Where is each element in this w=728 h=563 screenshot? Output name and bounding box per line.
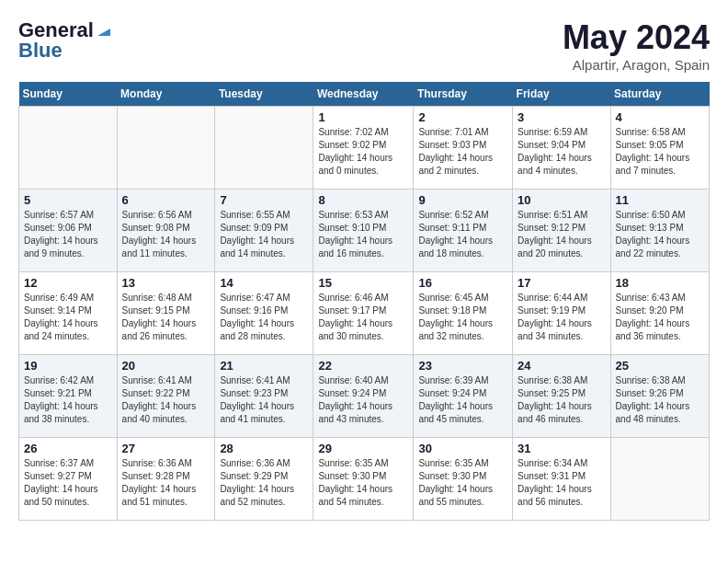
day-info: Sunrise: 6:37 AM Sunset: 9:27 PM Dayligh… xyxy=(24,457,112,509)
calendar-cell: 29Sunrise: 6:35 AM Sunset: 9:30 PM Dayli… xyxy=(313,438,414,521)
day-number: 26 xyxy=(24,442,112,455)
day-number: 3 xyxy=(518,110,605,124)
day-number: 17 xyxy=(518,276,605,290)
calendar-cell: 26Sunrise: 6:37 AM Sunset: 9:27 PM Dayli… xyxy=(19,438,118,521)
calendar-cell: 20Sunrise: 6:41 AM Sunset: 9:22 PM Dayli… xyxy=(117,355,215,438)
day-number: 11 xyxy=(616,193,704,207)
day-number: 31 xyxy=(518,442,605,455)
calendar-cell xyxy=(215,107,313,190)
weekday-header-friday: Friday xyxy=(513,82,610,107)
week-row-5: 26Sunrise: 6:37 AM Sunset: 9:27 PM Dayli… xyxy=(19,438,710,521)
day-number: 21 xyxy=(220,359,308,373)
calendar-cell: 1Sunrise: 7:02 AM Sunset: 9:02 PM Daylig… xyxy=(313,107,414,190)
weekday-header-thursday: Thursday xyxy=(414,82,513,107)
calendar-cell: 8Sunrise: 6:53 AM Sunset: 9:10 PM Daylig… xyxy=(313,190,414,272)
day-info: Sunrise: 6:36 AM Sunset: 9:28 PM Dayligh… xyxy=(122,457,210,509)
calendar-cell: 23Sunrise: 6:39 AM Sunset: 9:24 PM Dayli… xyxy=(414,355,513,438)
day-number: 1 xyxy=(318,110,408,124)
day-number: 19 xyxy=(24,359,112,373)
calendar-cell: 28Sunrise: 6:36 AM Sunset: 9:29 PM Dayli… xyxy=(215,438,313,521)
day-number: 20 xyxy=(122,359,210,373)
day-info: Sunrise: 6:57 AM Sunset: 9:06 PM Dayligh… xyxy=(24,209,112,260)
calendar-cell: 27Sunrise: 6:36 AM Sunset: 9:28 PM Dayli… xyxy=(117,438,215,521)
day-info: Sunrise: 6:52 AM Sunset: 9:11 PM Dayligh… xyxy=(418,209,507,260)
day-number: 16 xyxy=(418,276,507,290)
calendar-cell: 2Sunrise: 7:01 AM Sunset: 9:03 PM Daylig… xyxy=(414,107,513,190)
day-info: Sunrise: 6:48 AM Sunset: 9:15 PM Dayligh… xyxy=(122,292,210,343)
page-header: General Blue May 2024 Alpartir, Aragon, … xyxy=(18,18,710,73)
calendar-cell: 14Sunrise: 6:47 AM Sunset: 9:16 PM Dayli… xyxy=(215,272,313,355)
day-number: 12 xyxy=(24,276,112,290)
calendar-cell: 12Sunrise: 6:49 AM Sunset: 9:14 PM Dayli… xyxy=(19,272,118,355)
logo: General Blue xyxy=(18,18,112,63)
day-info: Sunrise: 6:40 AM Sunset: 9:24 PM Dayligh… xyxy=(318,374,408,426)
day-info: Sunrise: 6:39 AM Sunset: 9:24 PM Dayligh… xyxy=(418,374,507,426)
weekday-header-saturday: Saturday xyxy=(610,82,709,107)
day-number: 24 xyxy=(518,359,605,373)
day-number: 25 xyxy=(616,359,704,373)
logo-blue: Blue xyxy=(18,39,63,63)
calendar-cell: 31Sunrise: 6:34 AM Sunset: 9:31 PM Dayli… xyxy=(513,438,610,521)
calendar-cell: 10Sunrise: 6:51 AM Sunset: 9:12 PM Dayli… xyxy=(513,190,610,272)
calendar-table: SundayMondayTuesdayWednesdayThursdayFrid… xyxy=(18,82,710,521)
day-info: Sunrise: 7:01 AM Sunset: 9:03 PM Dayligh… xyxy=(418,126,507,178)
day-info: Sunrise: 6:35 AM Sunset: 9:30 PM Dayligh… xyxy=(418,457,507,509)
weekday-header-monday: Monday xyxy=(117,82,215,107)
day-info: Sunrise: 7:02 AM Sunset: 9:02 PM Dayligh… xyxy=(318,126,408,178)
day-number: 28 xyxy=(220,442,308,455)
title-section: May 2024 Alpartir, Aragon, Spain xyxy=(563,18,710,73)
day-info: Sunrise: 6:46 AM Sunset: 9:17 PM Dayligh… xyxy=(318,292,408,343)
day-number: 7 xyxy=(220,193,308,207)
day-info: Sunrise: 6:53 AM Sunset: 9:10 PM Dayligh… xyxy=(318,209,408,260)
calendar-cell xyxy=(117,107,215,190)
day-info: Sunrise: 6:35 AM Sunset: 9:30 PM Dayligh… xyxy=(318,457,408,509)
day-number: 10 xyxy=(518,193,605,207)
calendar-cell: 19Sunrise: 6:42 AM Sunset: 9:21 PM Dayli… xyxy=(19,355,118,438)
calendar-cell: 16Sunrise: 6:45 AM Sunset: 9:18 PM Dayli… xyxy=(414,272,513,355)
day-info: Sunrise: 6:38 AM Sunset: 9:25 PM Dayligh… xyxy=(518,374,605,426)
weekday-header-tuesday: Tuesday xyxy=(215,82,313,107)
day-number: 22 xyxy=(318,359,408,373)
calendar-cell: 24Sunrise: 6:38 AM Sunset: 9:25 PM Dayli… xyxy=(513,355,610,438)
week-row-3: 12Sunrise: 6:49 AM Sunset: 9:14 PM Dayli… xyxy=(19,272,710,355)
calendar-cell: 30Sunrise: 6:35 AM Sunset: 9:30 PM Dayli… xyxy=(414,438,513,521)
calendar-cell: 21Sunrise: 6:41 AM Sunset: 9:23 PM Dayli… xyxy=(215,355,313,438)
day-info: Sunrise: 6:59 AM Sunset: 9:04 PM Dayligh… xyxy=(518,126,605,178)
weekday-header-row: SundayMondayTuesdayWednesdayThursdayFrid… xyxy=(19,82,710,107)
calendar-cell: 17Sunrise: 6:44 AM Sunset: 9:19 PM Dayli… xyxy=(513,272,610,355)
day-info: Sunrise: 6:43 AM Sunset: 9:20 PM Dayligh… xyxy=(616,292,704,343)
day-number: 9 xyxy=(418,193,507,207)
calendar-cell: 15Sunrise: 6:46 AM Sunset: 9:17 PM Dayli… xyxy=(313,272,414,355)
day-info: Sunrise: 6:38 AM Sunset: 9:26 PM Dayligh… xyxy=(616,374,704,426)
logo-triangle-icon xyxy=(96,21,112,38)
calendar-cell: 6Sunrise: 6:56 AM Sunset: 9:08 PM Daylig… xyxy=(117,190,215,272)
day-info: Sunrise: 6:42 AM Sunset: 9:21 PM Dayligh… xyxy=(24,374,112,426)
day-info: Sunrise: 6:56 AM Sunset: 9:08 PM Dayligh… xyxy=(122,209,210,260)
day-number: 30 xyxy=(418,442,507,455)
location: Alpartir, Aragon, Spain xyxy=(563,57,710,73)
day-number: 18 xyxy=(616,276,704,290)
day-info: Sunrise: 6:47 AM Sunset: 9:16 PM Dayligh… xyxy=(220,292,308,343)
week-row-2: 5Sunrise: 6:57 AM Sunset: 9:06 PM Daylig… xyxy=(19,190,710,272)
calendar-cell: 11Sunrise: 6:50 AM Sunset: 9:13 PM Dayli… xyxy=(610,190,709,272)
day-info: Sunrise: 6:50 AM Sunset: 9:13 PM Dayligh… xyxy=(616,209,704,260)
svg-marker-0 xyxy=(97,29,110,36)
day-info: Sunrise: 6:41 AM Sunset: 9:23 PM Dayligh… xyxy=(220,374,308,426)
calendar-cell: 7Sunrise: 6:55 AM Sunset: 9:09 PM Daylig… xyxy=(215,190,313,272)
day-number: 15 xyxy=(318,276,408,290)
calendar-cell: 22Sunrise: 6:40 AM Sunset: 9:24 PM Dayli… xyxy=(313,355,414,438)
day-info: Sunrise: 6:51 AM Sunset: 9:12 PM Dayligh… xyxy=(518,209,605,260)
weekday-header-sunday: Sunday xyxy=(19,82,118,107)
day-number: 2 xyxy=(418,110,507,124)
day-info: Sunrise: 6:36 AM Sunset: 9:29 PM Dayligh… xyxy=(220,457,308,509)
day-number: 6 xyxy=(122,193,210,207)
calendar-cell: 5Sunrise: 6:57 AM Sunset: 9:06 PM Daylig… xyxy=(19,190,118,272)
week-row-4: 19Sunrise: 6:42 AM Sunset: 9:21 PM Dayli… xyxy=(19,355,710,438)
day-number: 14 xyxy=(220,276,308,290)
weekday-header-wednesday: Wednesday xyxy=(313,82,414,107)
calendar-cell xyxy=(610,438,709,521)
day-number: 5 xyxy=(24,193,112,207)
day-number: 23 xyxy=(418,359,507,373)
day-info: Sunrise: 6:34 AM Sunset: 9:31 PM Dayligh… xyxy=(518,457,605,509)
day-number: 8 xyxy=(318,193,408,207)
